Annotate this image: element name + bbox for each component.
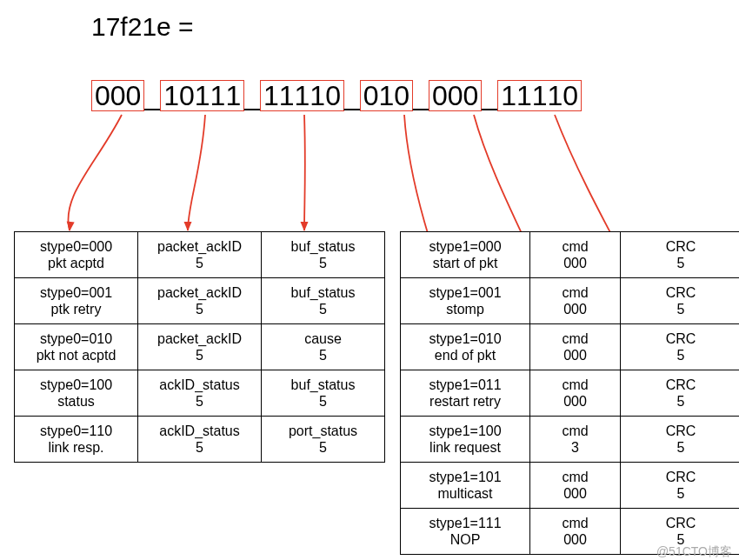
table-row: stype0=000pkt acptdpacket_ackID5buf_stat… bbox=[15, 232, 385, 278]
cell-line1: cmd bbox=[534, 284, 616, 301]
cell: buf_status5 bbox=[262, 370, 385, 417]
cell-line2: pkt acptd bbox=[18, 255, 134, 271]
arrow-head-icon bbox=[301, 222, 309, 231]
table-row: stype0=001ptk retrypacket_ackID5buf_stat… bbox=[15, 278, 385, 324]
table-row: stype1=100link requestcmd3CRC5 bbox=[401, 417, 740, 463]
cell: cmd000 bbox=[530, 509, 621, 555]
cell-line2: 000 bbox=[534, 393, 616, 410]
cell-line1: buf_status bbox=[265, 238, 381, 255]
cell: cause5 bbox=[262, 324, 385, 370]
bit-group-2: 11110 bbox=[260, 80, 344, 111]
bit-groups-row: 000_10111_11110_010_000_11110 bbox=[91, 80, 582, 112]
cell: port_status5 bbox=[262, 417, 385, 463]
cell: stype1=101multicast bbox=[401, 463, 530, 509]
cell-line1: stype0=010 bbox=[18, 330, 134, 347]
cell-line1: stype0=100 bbox=[18, 377, 134, 393]
cell: stype0=010pkt not acptd bbox=[15, 324, 138, 370]
cell-line2: 5 bbox=[624, 347, 737, 363]
cell-line2: 5 bbox=[624, 393, 737, 410]
cell: stype1=000start of pkt bbox=[401, 232, 530, 278]
cell-line1: stype1=010 bbox=[404, 330, 526, 347]
cell-line1: cmd bbox=[534, 423, 616, 439]
cell: stype0=000pkt acptd bbox=[15, 232, 138, 278]
cell-line1: CRC bbox=[624, 515, 737, 531]
cell-line2: 3 bbox=[534, 439, 616, 456]
cell-line1: cause bbox=[265, 330, 381, 347]
cell: ackID_status5 bbox=[138, 370, 262, 417]
cell: buf_status5 bbox=[262, 278, 385, 324]
bit-group-5: 11110 bbox=[497, 80, 582, 111]
table-row: stype1=101multicastcmd000CRC5 bbox=[401, 463, 740, 509]
cell: cmd000 bbox=[530, 278, 621, 324]
cell: cmd000 bbox=[530, 232, 621, 278]
cell-line2: 000 bbox=[534, 485, 616, 502]
cell-line2: 5 bbox=[142, 439, 257, 456]
cell: stype0=110link resp. bbox=[15, 417, 138, 463]
cell-line1: cmd bbox=[534, 377, 616, 393]
cell-line1: CRC bbox=[624, 469, 737, 485]
cell-line2: status bbox=[18, 393, 134, 410]
arrow-head-icon bbox=[184, 222, 192, 231]
cell-line1: ackID_status bbox=[142, 377, 257, 393]
cell-line1: port_status bbox=[265, 423, 381, 439]
cell-line1: stype0=110 bbox=[18, 423, 134, 439]
table-row: stype0=100statusackID_status5buf_status5 bbox=[15, 370, 385, 417]
cell: stype0=001ptk retry bbox=[15, 278, 138, 324]
cell-line1: packet_ackID bbox=[142, 238, 257, 255]
cell-line1: CRC bbox=[624, 423, 737, 439]
cell-line2: 5 bbox=[265, 301, 381, 317]
cell-line2: 000 bbox=[534, 347, 616, 363]
cell: CRC5 bbox=[621, 278, 740, 324]
cell-line1: packet_ackID bbox=[142, 284, 257, 301]
stype1-table: stype1=000start of pktcmd000CRC5stype1=0… bbox=[400, 231, 739, 555]
hex-expression: 17f21e = bbox=[91, 12, 194, 42]
cell: CRC5 bbox=[621, 417, 740, 463]
cell-line2: 5 bbox=[142, 255, 257, 271]
cell-line1: cmd bbox=[534, 515, 616, 531]
table-row: stype1=011restart retrycmd000CRC5 bbox=[401, 370, 740, 417]
cell: stype0=100status bbox=[15, 370, 138, 417]
cell: CRC5 bbox=[621, 463, 740, 509]
bit-sep: _ bbox=[244, 80, 260, 112]
cell-line1: CRC bbox=[624, 284, 737, 301]
cell: stype1=111NOP bbox=[401, 509, 530, 555]
bit-group-1: 10111 bbox=[160, 80, 244, 111]
bit-group-0: 000 bbox=[91, 80, 144, 111]
cell-line1: buf_status bbox=[265, 377, 381, 393]
bit-sep: _ bbox=[144, 80, 160, 112]
cell-line1: ackID_status bbox=[142, 423, 257, 439]
cell-line2: 5 bbox=[624, 439, 737, 456]
cell-line2: end of pkt bbox=[404, 347, 526, 363]
watermark: @51CTO博客 bbox=[656, 544, 732, 560]
bit-sep: _ bbox=[413, 80, 429, 112]
cell-line2: 5 bbox=[624, 301, 737, 317]
cell: CRC5 bbox=[621, 232, 740, 278]
cell: CRC5 bbox=[621, 324, 740, 370]
cell-line2: 5 bbox=[142, 393, 257, 410]
cell-line2: 000 bbox=[534, 531, 616, 548]
cell-line2: 000 bbox=[534, 255, 616, 271]
cell: stype1=010end of pkt bbox=[401, 324, 530, 370]
table-row: stype0=010pkt not acptdpacket_ackID5caus… bbox=[15, 324, 385, 370]
cell: cmd3 bbox=[530, 417, 621, 463]
cell-line2: 5 bbox=[624, 255, 737, 271]
cell-line2: 5 bbox=[265, 393, 381, 410]
cell-line1: stype1=000 bbox=[404, 238, 526, 255]
bit-group-4: 000 bbox=[429, 80, 482, 111]
arrow-path bbox=[68, 115, 122, 230]
cell-line2: pkt not acptd bbox=[18, 347, 134, 363]
stype0-table: stype0=000pkt acptdpacket_ackID5buf_stat… bbox=[14, 231, 385, 463]
cell-line1: stype1=111 bbox=[404, 515, 526, 531]
cell-line1: stype0=001 bbox=[18, 284, 134, 301]
cell: packet_ackID5 bbox=[138, 232, 262, 278]
arrow-path bbox=[304, 115, 305, 230]
bit-sep: _ bbox=[344, 80, 360, 112]
cell-line1: cmd bbox=[534, 238, 616, 255]
table-row: stype0=110link resp.ackID_status5port_st… bbox=[15, 417, 385, 463]
cell: stype1=001stomp bbox=[401, 278, 530, 324]
cell: ackID_status5 bbox=[138, 417, 262, 463]
cell-line1: stype1=001 bbox=[404, 284, 526, 301]
cell: cmd000 bbox=[530, 324, 621, 370]
cell-line2: 000 bbox=[534, 301, 616, 317]
table-row: stype1=000start of pktcmd000CRC5 bbox=[401, 232, 740, 278]
